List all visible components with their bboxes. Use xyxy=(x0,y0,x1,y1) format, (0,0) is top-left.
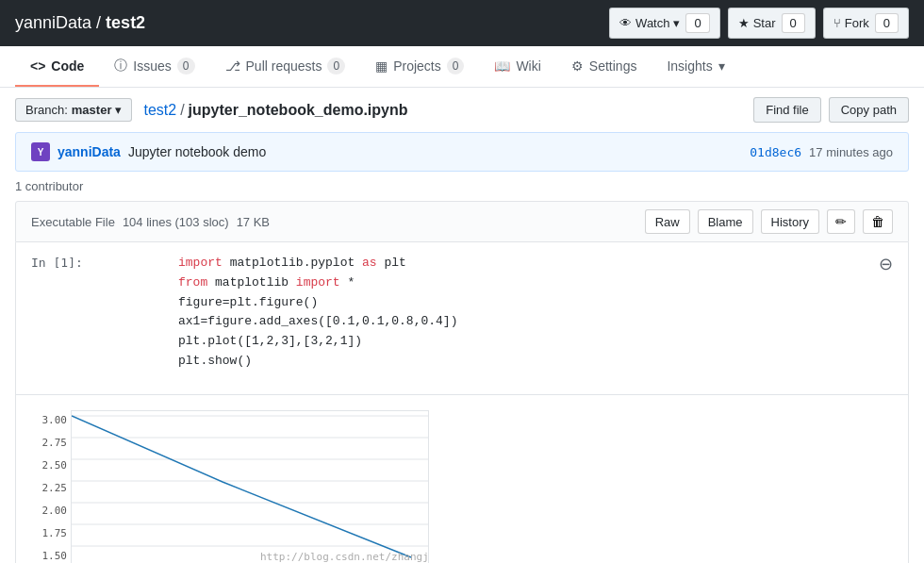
issues-icon: ⓘ xyxy=(114,58,127,75)
watch-button[interactable]: 👁 Watch ▾ 0 xyxy=(609,8,720,39)
y-axis: 3.00 2.75 2.50 2.25 2.00 1.75 1.50 xyxy=(31,410,71,563)
cell-header: In [1]: import matplotlib.pyplot as plt … xyxy=(16,242,908,394)
issues-badge: 0 xyxy=(177,58,195,75)
file-type: Executable File xyxy=(31,215,115,229)
keyword-as: as xyxy=(362,256,377,270)
title-separator: / xyxy=(96,13,101,32)
eye-icon: 👁 xyxy=(619,16,632,30)
repo-link[interactable]: test2 xyxy=(106,13,145,32)
fork-icon: ⑂ xyxy=(833,16,841,30)
commit-message: Jupyter notebook demo xyxy=(128,144,266,159)
code-line-3: figure=plt.figure() xyxy=(178,293,457,313)
tab-wiki[interactable]: 📖 Wiki xyxy=(479,47,555,87)
collapse-icon[interactable]: ⊖ xyxy=(879,254,893,274)
file-actions: Raw Blame History ✏ 🗑 xyxy=(645,209,893,234)
watch-count: 0 xyxy=(685,13,709,33)
breadcrumb-bar: Branch: master ▾ test2 / jupyter_noteboo… xyxy=(0,88,924,132)
wiki-icon: 📖 xyxy=(494,58,510,74)
settings-icon: ⚙ xyxy=(571,58,584,74)
contributors-bar: 1 contributor xyxy=(0,172,924,201)
cell-label: In [1]: xyxy=(31,254,97,270)
watch-dropdown-icon: ▾ xyxy=(673,16,680,30)
breadcrumb-left: Branch: master ▾ test2 / jupyter_noteboo… xyxy=(15,98,408,122)
repo-breadcrumb-link[interactable]: test2 xyxy=(143,102,176,119)
breadcrumb-right: Find file Copy path xyxy=(753,97,909,123)
star-button[interactable]: ★ Star 0 xyxy=(728,8,816,39)
tab-issues[interactable]: ⓘ Issues 0 xyxy=(99,46,209,88)
commit-time: 17 minutes ago xyxy=(809,145,893,159)
breadcrumb: test2 / jupyter_notebook_demo.ipynb xyxy=(143,102,407,119)
pr-badge: 0 xyxy=(327,58,345,75)
keyword-from: from xyxy=(178,275,207,290)
tab-pull-requests[interactable]: ⎇ Pull requests 0 xyxy=(210,46,361,88)
commit-author[interactable]: yanniData xyxy=(58,144,121,159)
commit-left: Y yanniData Jupyter notebook demo xyxy=(31,142,266,161)
notebook-cell: In [1]: import matplotlib.pyplot as plt … xyxy=(16,242,908,395)
repo-title: yanniData / test2 xyxy=(15,13,145,33)
code-line-5: plt.plot([1,2,3],[3,2,1]) xyxy=(178,332,457,352)
breadcrumb-separator: / xyxy=(180,102,184,119)
tab-insights[interactable]: Insights ▾ xyxy=(652,47,739,87)
file-lines: 104 lines (103 sloc) xyxy=(123,215,229,229)
history-button[interactable]: History xyxy=(761,209,819,234)
star-count: 0 xyxy=(782,13,805,33)
code-icon: <> xyxy=(30,58,45,74)
chart-svg: http://blog.csdn.net/zhangjiaEB xyxy=(71,410,429,563)
fork-button[interactable]: ⑂ Fork 0 xyxy=(823,8,909,39)
chart-output: 3.00 2.75 2.50 2.25 2.00 1.75 1.50 xyxy=(16,395,908,563)
projects-icon: ▦ xyxy=(375,58,388,74)
code-area: In [1]: import matplotlib.pyplot as plt … xyxy=(15,242,909,563)
code-line-1: import matplotlib.pyplot as plt xyxy=(178,254,457,273)
fork-count: 0 xyxy=(875,13,899,33)
file-size: 17 KB xyxy=(237,215,270,229)
tab-settings[interactable]: ⚙ Settings xyxy=(556,47,652,87)
top-bar: yanniData / test2 👁 Watch ▾ 0 ★ Star 0 ⑂… xyxy=(0,0,924,46)
raw-button[interactable]: Raw xyxy=(645,209,690,234)
commit-right: 01d8ec6 17 minutes ago xyxy=(750,145,893,159)
code-line-6: plt.show() xyxy=(178,352,457,372)
pr-icon: ⎇ xyxy=(225,58,240,74)
keyword-import: import xyxy=(178,256,223,270)
code-line-2: from matplotlib import * xyxy=(178,273,457,293)
star-icon: ★ xyxy=(738,16,750,30)
org-link[interactable]: yanniData xyxy=(15,13,91,32)
file-info-bar: Executable File 104 lines (103 sloc) 17 … xyxy=(15,201,909,242)
edit-button[interactable]: ✏ xyxy=(827,209,855,234)
blame-button[interactable]: Blame xyxy=(698,209,753,234)
keyword-import2: import xyxy=(296,275,340,290)
delete-button[interactable]: 🗑 xyxy=(863,209,893,234)
copy-path-button[interactable]: Copy path xyxy=(829,97,909,123)
chart-wrapper: 3.00 2.75 2.50 2.25 2.00 1.75 1.50 xyxy=(31,410,429,563)
svg-text:http://blog.csdn.net/zhangjiaE: http://blog.csdn.net/zhangjiaEB xyxy=(260,551,429,563)
tab-code[interactable]: <> Code xyxy=(15,47,99,87)
branch-selector[interactable]: Branch: master ▾ xyxy=(15,98,132,122)
file-info-left: Executable File 104 lines (103 sloc) 17 … xyxy=(31,215,270,229)
code-line-4: ax1=figure.add_axes([0.1,0.1,0.8,0.4]) xyxy=(178,312,457,332)
commit-bar: Y yanniData Jupyter notebook demo 01d8ec… xyxy=(15,132,909,172)
nav-tabs: <> Code ⓘ Issues 0 ⎇ Pull requests 0 ▦ P… xyxy=(0,46,924,88)
find-file-button[interactable]: Find file xyxy=(753,97,821,123)
insights-dropdown-icon: ▾ xyxy=(718,58,725,74)
commit-sha[interactable]: 01d8ec6 xyxy=(750,145,801,159)
avatar: Y xyxy=(31,142,50,161)
code-block: import matplotlib.pyplot as plt from mat… xyxy=(97,254,472,383)
tab-projects[interactable]: ▦ Projects 0 xyxy=(360,46,479,88)
branch-dropdown-icon: ▾ xyxy=(115,103,122,117)
breadcrumb-filename: jupyter_notebook_demo.ipynb xyxy=(189,102,408,119)
top-actions: 👁 Watch ▾ 0 ★ Star 0 ⑂ Fork 0 xyxy=(609,8,909,39)
projects-badge: 0 xyxy=(447,58,465,75)
